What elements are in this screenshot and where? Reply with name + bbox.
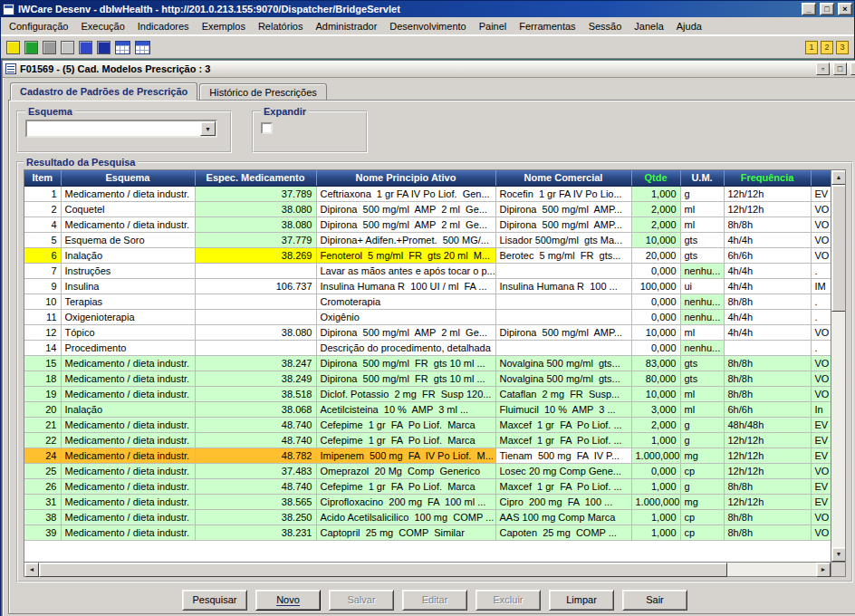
scroll-down-icon[interactable]: ▼: [831, 547, 845, 562]
menu-relatorios[interactable]: Relatórios: [252, 18, 310, 34]
cell-qtde[interactable]: 2,000: [631, 217, 680, 232]
cell-espec-medicamento[interactable]: 38.249: [195, 371, 316, 386]
cell-um[interactable]: gts: [680, 232, 724, 247]
cell-esquema[interactable]: Medicamento / dieta industr.: [61, 432, 195, 448]
vertical-scrollbar[interactable]: ▲ ▼: [831, 170, 845, 562]
cell-via[interactable]: .: [811, 263, 831, 278]
column-header-via[interactable]: [811, 170, 831, 186]
cell-nome-comercial[interactable]: Capoten 25 mg COMP ...: [495, 525, 631, 540]
cell-esquema[interactable]: Medicamento / dieta industr.: [61, 355, 195, 371]
cell-via[interactable]: EV: [811, 448, 831, 463]
cell-nome-comercial[interactable]: [495, 340, 631, 355]
cell-qtde[interactable]: 1,000: [631, 525, 680, 540]
cell-esquema[interactable]: Procedimento: [61, 340, 195, 355]
cell-um[interactable]: cp: [680, 509, 724, 525]
cell-nome-comercial[interactable]: [495, 294, 631, 309]
cell-qtde[interactable]: 2,000: [631, 201, 680, 217]
cell-esquema[interactable]: Instruções: [61, 263, 195, 278]
cell-um[interactable]: gts: [680, 371, 724, 386]
cell-via[interactable]: VO: [811, 386, 831, 401]
cell-item[interactable]: 5: [24, 232, 61, 247]
cell-esquema[interactable]: Oxigenioterapia: [61, 309, 195, 324]
cell-via[interactable]: VO: [811, 201, 831, 217]
vertical-scroll-thumb[interactable]: [831, 185, 845, 312]
table-row[interactable]: 11OxigenioterapiaOxigênio0,000nenhu...4h…: [24, 309, 831, 324]
cell-nome-comercial[interactable]: Lisador 500mg/ml gts Ma...: [495, 232, 631, 247]
cell-nome-comercial[interactable]: Tienam 500 mg FA IV P...: [495, 448, 631, 463]
cell-esquema[interactable]: Esquema de Soro: [61, 232, 195, 247]
cell-via[interactable]: VO: [811, 247, 831, 263]
cell-espec-medicamento[interactable]: 38.518: [195, 386, 316, 401]
cell-espec-medicamento[interactable]: 48.740: [195, 432, 316, 448]
cell-esquema[interactable]: Medicamento / dieta industr.: [61, 494, 195, 509]
menu-sessao[interactable]: Sessão: [582, 18, 629, 34]
cell-via[interactable]: VO: [811, 324, 831, 340]
cell-nome-comercial[interactable]: Cipro 200 mg FA 100 ...: [495, 494, 631, 509]
cell-item[interactable]: 24: [24, 448, 61, 463]
cell-via[interactable]: VO: [811, 217, 831, 232]
cell-esquema[interactable]: Medicamento / dieta industr.: [61, 509, 195, 525]
table-row[interactable]: 39Medicamento / dieta industr.38.231Capt…: [24, 525, 831, 540]
cell-espec-medicamento[interactable]: 38.269: [195, 247, 316, 263]
cell-via[interactable]: VO: [811, 463, 831, 478]
cell-esquema[interactable]: Inalação: [61, 247, 195, 263]
cell-espec-medicamento[interactable]: 48.740: [195, 417, 316, 432]
cell-um[interactable]: g: [680, 432, 724, 448]
cell-frequencia[interactable]: 4h/4h: [724, 309, 811, 324]
cell-item[interactable]: 31: [24, 494, 61, 509]
cell-qtde[interactable]: 100,000: [631, 278, 680, 294]
cell-um[interactable]: ml: [680, 324, 724, 340]
cell-qtde[interactable]: 0,000: [631, 263, 680, 278]
cell-um[interactable]: nenhu...: [680, 263, 724, 278]
cell-frequencia[interactable]: 4h/4h: [724, 232, 811, 247]
cell-item[interactable]: 15: [24, 355, 61, 371]
cell-frequencia[interactable]: 6h/6h: [724, 247, 811, 263]
cell-nome-principio-ativo[interactable]: Descrição do procedimento, detalhada: [316, 340, 495, 355]
cell-um[interactable]: g: [680, 186, 724, 201]
horizontal-scroll-thumb[interactable]: [39, 563, 727, 577]
column-header-nome-comercial[interactable]: Nome Comercial: [495, 170, 631, 186]
cell-espec-medicamento[interactable]: 38.565: [195, 494, 316, 509]
cell-espec-medicamento[interactable]: 38.247: [195, 355, 316, 371]
window-shortcut-1[interactable]: 1: [805, 41, 818, 54]
cell-via[interactable]: .: [811, 309, 831, 324]
cell-qtde[interactable]: 1,000: [631, 509, 680, 525]
cell-nome-principio-ativo[interactable]: Dipirona 500 mg/ml FR gts 10 ml ...: [316, 371, 495, 386]
cell-qtde[interactable]: 3,000: [631, 401, 680, 417]
table-row[interactable]: 15Medicamento / dieta industr.38.247Dipi…: [24, 355, 831, 371]
cell-item[interactable]: 22: [24, 432, 61, 448]
cell-nome-comercial[interactable]: Novalgina 500 mg/ml gts...: [495, 355, 631, 371]
cell-qtde[interactable]: 1.000,000: [631, 494, 680, 509]
cell-nome-principio-ativo[interactable]: Acetilcisteina 10 % AMP 3 ml ...: [316, 401, 495, 417]
cell-espec-medicamento[interactable]: 48.740: [195, 478, 316, 494]
cell-um[interactable]: mg: [680, 448, 724, 463]
cell-nome-comercial[interactable]: Maxcef 1 gr FA Po Liof. ...: [495, 432, 631, 448]
cell-um[interactable]: g: [680, 478, 724, 494]
table-row[interactable]: 1Medicamento / dieta industr.37.789Ceftr…: [24, 186, 831, 201]
cell-um[interactable]: nenhu...: [680, 294, 724, 309]
cell-esquema[interactable]: Medicamento / dieta industr.: [61, 478, 195, 494]
cell-nome-comercial[interactable]: Dipirona 500 mg/ml AMP...: [495, 217, 631, 232]
table-row[interactable]: 12Tópico38.080Dipirona 500 mg/ml AMP 2 m…: [24, 324, 831, 340]
cell-frequencia[interactable]: 4h/4h: [724, 263, 811, 278]
cell-via[interactable]: EV: [811, 494, 831, 509]
grid-tool-icon-1[interactable]: [115, 41, 130, 54]
cell-um[interactable]: g: [680, 417, 724, 432]
cell-qtde[interactable]: 0,000: [631, 294, 680, 309]
cell-frequencia[interactable]: 12h/12h: [724, 494, 811, 509]
cell-item[interactable]: 38: [24, 509, 61, 525]
cell-esquema[interactable]: Insulina: [61, 278, 195, 294]
cell-qtde[interactable]: 0,000: [631, 463, 680, 478]
cell-via[interactable]: .: [811, 340, 831, 355]
cell-frequencia[interactable]: [724, 340, 811, 355]
cell-nome-principio-ativo[interactable]: Ciprofloxacino 200 mg FA 100 ml ...: [316, 494, 495, 509]
cell-frequencia[interactable]: 4h/4h: [724, 278, 811, 294]
cell-via[interactable]: VO: [811, 371, 831, 386]
cell-um[interactable]: ui: [680, 278, 724, 294]
maximize-icon[interactable]: □: [820, 3, 834, 15]
menu-exemplos[interactable]: Exemplos: [196, 18, 252, 34]
cell-frequencia[interactable]: 8h/8h: [724, 355, 811, 371]
expandir-checkbox[interactable]: [261, 122, 273, 134]
cell-esquema[interactable]: Medicamento / dieta industr.: [61, 386, 195, 401]
cell-item[interactable]: 25: [24, 463, 61, 478]
